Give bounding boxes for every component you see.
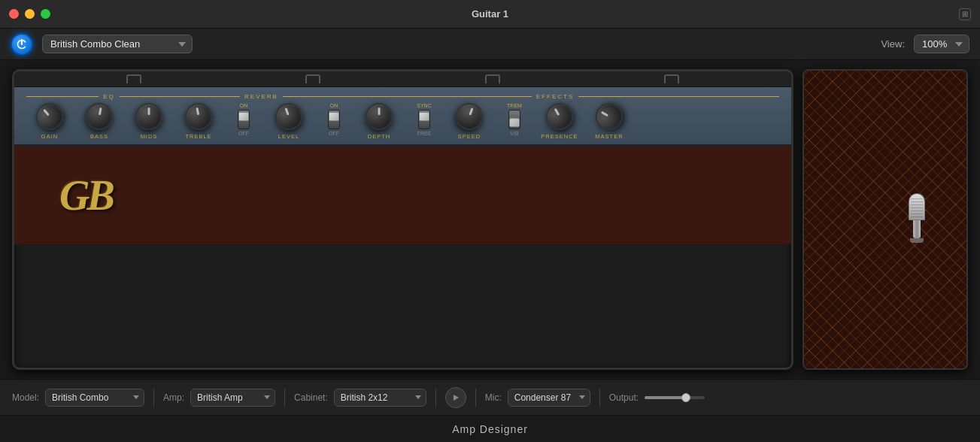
play-icon (452, 394, 460, 401)
gain-label: GAIN (41, 133, 58, 140)
presence-knob-group: PRESENCE (536, 103, 583, 140)
depth-knob[interactable] (366, 103, 393, 130)
mids-knob[interactable] (135, 103, 162, 130)
separator-5 (599, 389, 600, 407)
reverb-label: REVERB (240, 93, 283, 100)
footer-label: Amp Designer (452, 423, 528, 435)
amp-brackets (14, 71, 791, 87)
amp-dropdown[interactable]: British Amp American Amp Modern Amp (190, 389, 275, 407)
eq-section-header: EQ (26, 93, 192, 100)
effects-on-label: ON (330, 103, 338, 108)
bracket-3 (485, 74, 500, 83)
reverb-toggle-group: ON OFF (225, 103, 262, 136)
reverb-switch[interactable] (238, 110, 250, 129)
window-title: Guitar 1 (472, 8, 508, 20)
mic-label: Mic: (485, 392, 502, 403)
bass-label: BASS (90, 133, 108, 140)
effects-switch[interactable] (328, 110, 340, 129)
svg-marker-2 (454, 395, 459, 401)
output-label: Output: (609, 392, 639, 403)
sync-toggle-group: SYNC FREE (405, 103, 443, 136)
title-bar: Guitar 1 ⊞ (0, 0, 980, 29)
knobs-row: GAIN BASS MIDS TREBLE (26, 103, 779, 140)
gain-knob-group: GAIN (26, 103, 73, 140)
treble-label: TREBLE (185, 133, 211, 140)
treble-knob[interactable] (183, 101, 214, 132)
bracket-2 (305, 74, 320, 83)
speed-label: SPEED (458, 133, 481, 140)
output-slider-thumb[interactable] (681, 393, 690, 402)
output-slider[interactable] (645, 396, 705, 399)
preset-dropdown[interactable]: British Combo Clean British Combo Crunch… (42, 35, 193, 53)
bass-knob[interactable] (83, 101, 115, 132)
cabinet-display (803, 69, 968, 370)
speed-knob-group: SPEED (446, 103, 493, 140)
separator-1 (153, 389, 154, 407)
master-knob-group: MASTER (586, 103, 633, 140)
reverb-section-header: REVERB (192, 93, 331, 100)
bottom-bar: Model: British Combo American Vintage Mo… (0, 379, 980, 415)
sync-lever (419, 112, 429, 121)
top-controls-bar: British Combo Clean British Combo Crunch… (0, 29, 980, 60)
depth-knob-group: DEPTH (356, 103, 402, 140)
output-slider-fill (645, 396, 686, 399)
effects-toggle-group: ON OFF (315, 103, 353, 136)
sync-switch[interactable] (418, 110, 430, 129)
separator-3 (435, 389, 436, 407)
close-button[interactable] (9, 9, 19, 19)
master-knob[interactable] (590, 98, 627, 135)
bracket-4 (664, 74, 679, 83)
mids-knob-group: MIDS (126, 103, 172, 140)
separator-4 (475, 389, 476, 407)
view-label: View: (881, 38, 905, 50)
depth-label: DEPTH (368, 133, 390, 140)
reverb-on-label: ON (240, 103, 248, 108)
free-label: FREE (417, 131, 432, 136)
level-knob[interactable] (272, 99, 306, 134)
gain-knob[interactable] (31, 98, 69, 136)
effects-label: EFFECTS (532, 93, 578, 100)
master-label: MASTER (595, 133, 623, 140)
presence-label: PRESENCE (541, 133, 578, 140)
trem-label: TREM (507, 103, 522, 108)
reverb-lever (238, 112, 249, 121)
play-button[interactable] (445, 387, 466, 408)
mic-dropdown[interactable]: Condenser 87 Dynamic 57 Ribbon (508, 389, 590, 407)
level-label: LEVEL (278, 133, 299, 140)
amp-body: EQ REVERB EFFECTS (12, 69, 793, 370)
amp-logo: GB (59, 171, 112, 219)
expand-button[interactable]: ⊞ (959, 8, 971, 20)
model-dropdown[interactable]: British Combo American Vintage Modern Hi… (45, 389, 144, 407)
minimize-button[interactable] (25, 9, 35, 19)
maximize-button[interactable] (41, 9, 50, 19)
speed-knob[interactable] (452, 99, 487, 134)
main-area: EQ REVERB EFFECTS (0, 60, 980, 379)
model-label: Model: (12, 392, 39, 403)
level-knob-group: LEVEL (265, 103, 312, 140)
footer: Amp Designer (0, 415, 980, 442)
trem-lever (509, 118, 520, 127)
view-dropdown[interactable]: 50% 75% 100% 125% 150% (914, 35, 969, 53)
separator-2 (284, 389, 285, 407)
effects-lever (329, 112, 339, 121)
presence-knob[interactable] (541, 98, 578, 135)
bass-knob-group: BASS (76, 103, 123, 140)
cabinet-dropdown[interactable]: British 2x12 American 4x12 Open Back 1x1… (334, 389, 426, 407)
mic-body (913, 220, 921, 238)
control-panel: EQ REVERB EFFECTS (14, 87, 791, 147)
mids-label: MIDS (141, 133, 158, 140)
treble-knob-group: TREBLE (175, 103, 222, 140)
effects-off-label: OFF (329, 131, 339, 136)
effects-section-header: EFFECTS (331, 93, 779, 100)
reverb-toggle[interactable]: ON OFF (238, 103, 250, 136)
vib-label: VIB (510, 131, 518, 136)
power-button[interactable] (11, 33, 33, 56)
cabinet-grille (804, 71, 966, 368)
reverb-off-label: OFF (238, 131, 249, 136)
trem-toggle-group: TREM VIB (496, 103, 533, 136)
bracket-1 (126, 74, 141, 83)
microphone (909, 193, 925, 246)
eq-label: EQ (99, 93, 120, 100)
trem-switch[interactable] (508, 110, 520, 129)
effects-toggle[interactable]: ON OFF (328, 103, 340, 136)
